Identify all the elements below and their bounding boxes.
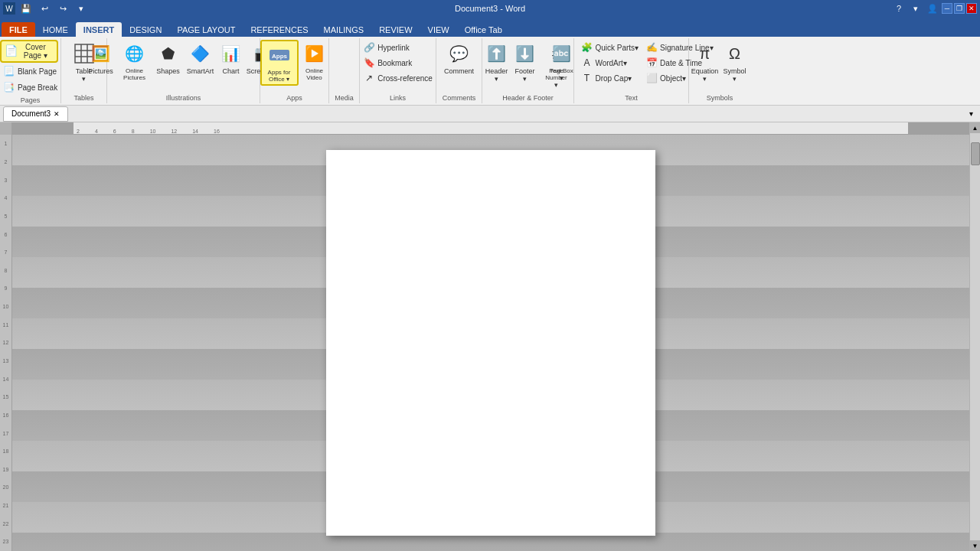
wordart-btn[interactable]: A WordArt ▾ (577, 55, 642, 70)
smartart-icon: 🔷 (188, 41, 213, 66)
footer-btn[interactable]: ⬇️ Footer ▾ (511, 40, 539, 84)
scroll-thumb[interactable] (971, 142, 980, 165)
symbol-label: Symbol (723, 67, 746, 75)
links-col: 🔗 Hyperlink 🔖 Bookmark ↗ Cross-reference (360, 40, 436, 86)
ribbon-group-illustrations: 🖼️ Pictures 🌐 Online Pictures ⬟ Shapes 🔷… (107, 38, 260, 103)
scroll-up-btn[interactable]: ▲ (970, 122, 981, 133)
ribbon-display-btn[interactable]: ▾ (908, 2, 923, 15)
illustrations-group-label: Illustrations (163, 93, 204, 102)
equation-btn[interactable]: π Equation ▾ (691, 40, 720, 84)
drop-cap-icon: T (580, 72, 593, 84)
online-video-btn[interactable]: ▶️ OnlineVideo (300, 40, 329, 83)
content-area: 246810121416 (12, 122, 969, 551)
shapes-label: Shapes (156, 67, 180, 75)
document-page[interactable] (326, 150, 655, 536)
online-pictures-icon: 🌐 (122, 41, 147, 66)
blank-page-label: Blank Page (18, 67, 57, 76)
restore-btn[interactable]: ❐ (954, 3, 965, 14)
doc-area (12, 135, 969, 551)
chart-icon: 📊 (219, 41, 243, 66)
bookmark-label: Bookmark (377, 59, 412, 67)
tab-view[interactable]: VIEW (420, 22, 457, 37)
text-col-right: 🧩 Quick Parts ▾ A WordArt ▾ T Drop Cap ▾ (577, 40, 642, 86)
scroll-track (970, 133, 980, 540)
tab-home[interactable]: HOME (35, 22, 76, 37)
page-container (326, 142, 655, 543)
symbol-btn[interactable]: Ω Symbol ▾ (720, 40, 750, 84)
header-label: Header (485, 67, 508, 75)
redo-qat-btn[interactable]: ↪ (55, 2, 70, 15)
ruler-left-body: 1234567891011121314151617181920212223 (0, 135, 11, 551)
ruler-content-area: 246810121416 (74, 122, 908, 134)
document-tabs-bar: Document3 ✕ ▾ (0, 106, 980, 122)
equation-label: Equation (691, 67, 719, 75)
apps-for-office-icon: Apps (267, 43, 292, 67)
pictures-btn[interactable]: 🖼️ Pictures (86, 40, 116, 83)
ribbon-group-comments: 💬 Comment Comments (436, 38, 482, 103)
doc-tab-close-icon[interactable]: ✕ (54, 110, 60, 118)
ribbon-group-media: Media (329, 38, 360, 103)
smartart-btn[interactable]: 🔷 SmartArt (185, 40, 216, 83)
scroll-down-btn[interactable]: ▼ (970, 540, 981, 551)
cross-reference-label: Cross-reference (377, 74, 433, 83)
media-group-label: Media (332, 93, 357, 102)
signature-line-icon: ✍ (645, 41, 658, 54)
word-icon: W (3, 2, 15, 15)
apps-group-content: Apps Apps forOffice ▾ ▶️ OnlineVideo (260, 40, 329, 93)
blank-page-icon: 📃 (3, 65, 15, 77)
apps-group-label: Apps (283, 93, 305, 102)
tab-insert[interactable]: INSERT (76, 22, 122, 37)
close-btn[interactable]: ✕ (966, 3, 977, 14)
tab-mailings[interactable]: MAILINGS (316, 22, 372, 37)
illustrations-group-content: 🖼️ Pictures 🌐 Online Pictures ⬟ Shapes 🔷… (86, 40, 282, 93)
chart-btn[interactable]: 📊 Chart (217, 40, 245, 83)
tab-file[interactable]: FILE (2, 22, 35, 37)
doc-tab-document3[interactable]: Document3 ✕ (3, 106, 68, 122)
qat-more-btn[interactable]: ▾ (74, 2, 89, 15)
bookmark-btn[interactable]: 🔖 Bookmark (360, 55, 436, 70)
help-btn[interactable]: ? (891, 2, 906, 15)
hf-group-label: Header & Footer (499, 93, 557, 102)
symbol-icon: Ω (723, 41, 747, 66)
titlebar-right: ? ▾ 👤 ─ ❐ ✕ (891, 2, 977, 15)
undo-qat-btn[interactable]: ↩ (37, 2, 52, 15)
account-btn[interactable]: 👤 (925, 2, 940, 15)
ruler-left-ticks: 1234567891011121314151617181920212223 (0, 135, 11, 551)
save-qat-btn[interactable]: 💾 (18, 2, 34, 15)
cross-reference-btn[interactable]: ↗ Cross-reference (360, 70, 436, 86)
tab-page-layout[interactable]: PAGE LAYOUT (169, 22, 243, 37)
tab-design[interactable]: DESIGN (122, 22, 169, 37)
cover-page-label: Cover Page ▾ (18, 43, 54, 60)
text-box-btn[interactable]: 🔤 Text Box ▾ (546, 40, 577, 83)
pages-group-content: 📄 Cover Page ▾ 📃 Blank Page 📑 Page Break (0, 40, 60, 95)
text-box-icon: 🔤 (549, 41, 573, 66)
online-pictures-btn[interactable]: 🌐 Online Pictures (118, 40, 152, 83)
hyperlink-btn[interactable]: 🔗 Hyperlink (360, 40, 436, 55)
apps-for-office-btn[interactable]: Apps Apps forOffice ▾ (260, 40, 299, 86)
minimize-btn[interactable]: ─ (942, 3, 952, 14)
tab-references[interactable]: REFERENCES (243, 22, 315, 37)
pictures-label: Pictures (88, 67, 113, 75)
object-label: Object (660, 74, 682, 83)
quick-parts-icon: 🧩 (580, 41, 593, 54)
header-btn[interactable]: ⬆️ Header ▾ (483, 40, 511, 84)
bookmark-icon: 🔖 (363, 57, 375, 69)
tab-review[interactable]: REVIEW (371, 22, 420, 37)
tables-group-label: Tables (70, 93, 96, 102)
drop-cap-btn[interactable]: T Drop Cap ▾ (577, 70, 642, 86)
cover-page-btn[interactable]: 📄 Cover Page ▾ (0, 40, 58, 63)
online-pictures-label: Online Pictures (119, 67, 150, 81)
comment-label: Comment (444, 67, 474, 75)
quick-parts-btn[interactable]: 🧩 Quick Parts ▾ (577, 40, 642, 55)
tab-office-tab[interactable]: Office Tab (457, 22, 510, 37)
symbols-group-content: π Equation ▾ Ω Symbol ▾ (691, 40, 750, 93)
shapes-btn[interactable]: ⬟ Shapes (153, 40, 184, 83)
footer-icon: ⬇️ (513, 41, 537, 66)
ruler-ticks: 246810121416 (74, 122, 908, 134)
symbols-group-label: Symbols (704, 93, 737, 102)
doc-tab-menu-btn[interactable]: ▾ (965, 108, 977, 120)
page-break-btn[interactable]: 📑 Page Break (0, 80, 60, 95)
comment-btn[interactable]: 💬 Comment (443, 40, 476, 83)
blank-page-btn[interactable]: 📃 Blank Page (0, 64, 60, 79)
document-title: Document3 - Word (455, 4, 525, 13)
